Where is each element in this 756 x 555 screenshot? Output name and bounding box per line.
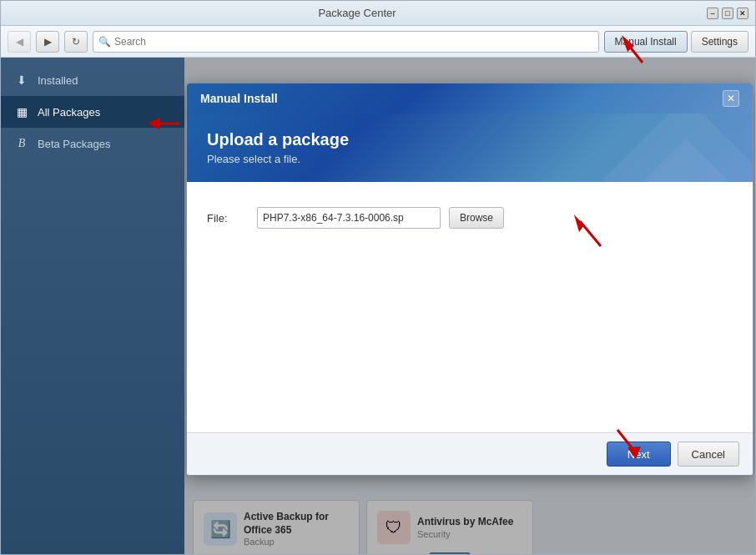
search-icon: 🔍: [98, 36, 111, 48]
sidebar-item-all-packages[interactable]: ▦ All Packages: [1, 96, 184, 128]
maximize-button[interactable]: □: [722, 8, 733, 19]
browse-button[interactable]: Browse: [449, 207, 504, 229]
back-button[interactable]: ◀: [8, 31, 31, 53]
content-area: 🔄 Active Backup for Office 365 Backup In…: [184, 58, 755, 554]
close-button[interactable]: ✕: [737, 8, 748, 19]
cancel-button[interactable]: Cancel: [678, 441, 739, 467]
sidebar-label-installed: Installed: [38, 74, 78, 87]
sidebar-label-beta-packages: Beta Packages: [38, 138, 110, 150]
main-area: ⬇ Installed ▦ All Packages B Beta Packag…: [1, 58, 755, 554]
refresh-button[interactable]: ↻: [64, 31, 88, 53]
minimize-button[interactable]: –: [707, 8, 718, 19]
sidebar-label-all-packages: All Packages: [38, 106, 100, 119]
modal-banner-title: Upload a package: [207, 130, 733, 149]
manual-install-button[interactable]: Manual Install: [604, 31, 688, 53]
toolbar-right: Manual Install Settings: [604, 31, 748, 53]
file-input[interactable]: PHP7.3-x86_64-7.3.16-0006.sp: [257, 207, 441, 229]
modal-close-button[interactable]: ✕: [723, 90, 739, 107]
search-box: 🔍: [93, 31, 599, 53]
main-window: Package Center – □ ✕ ◀ ▶ ↻ 🔍 Manual Inst…: [0, 0, 756, 555]
modal-title: Manual Install: [200, 92, 278, 105]
download-icon: ⬇: [14, 73, 29, 88]
modal-footer: Next Cancel: [187, 432, 753, 475]
sidebar: ⬇ Installed ▦ All Packages B Beta Packag…: [1, 58, 184, 554]
file-value: PHP7.3-x86_64-7.3.16-0006.sp: [263, 212, 404, 224]
sidebar-item-installed[interactable]: ⬇ Installed: [1, 64, 184, 96]
title-bar-controls: – □ ✕: [707, 8, 748, 19]
forward-button[interactable]: ▶: [36, 31, 59, 53]
file-row: File: PHP7.3-x86_64-7.3.16-0006.sp Brows…: [207, 207, 733, 229]
title-bar: Package Center – □ ✕: [1, 1, 755, 26]
window-title: Package Center: [8, 7, 707, 19]
modal-overlay: Manual Install ✕ Upload a package Please…: [184, 58, 755, 554]
sidebar-item-beta-packages[interactable]: B Beta Packages: [1, 128, 184, 159]
toolbar: ◀ ▶ ↻ 🔍 Manual Install Settings: [1, 26, 755, 58]
modal-body: File: PHP7.3-x86_64-7.3.16-0006.sp Brows…: [187, 182, 753, 432]
settings-button[interactable]: Settings: [691, 31, 748, 53]
grid-icon: ▦: [14, 104, 29, 119]
modal-banner: Upload a package Please select a file.: [187, 114, 753, 182]
manual-install-dialog: Manual Install ✕ Upload a package Please…: [186, 83, 753, 476]
next-button[interactable]: Next: [607, 441, 671, 467]
file-label: File:: [207, 212, 249, 225]
modal-header: Manual Install ✕: [187, 83, 753, 114]
modal-banner-subtitle: Please select a file.: [207, 153, 733, 165]
beta-icon: B: [14, 136, 29, 151]
search-input[interactable]: [114, 36, 593, 48]
